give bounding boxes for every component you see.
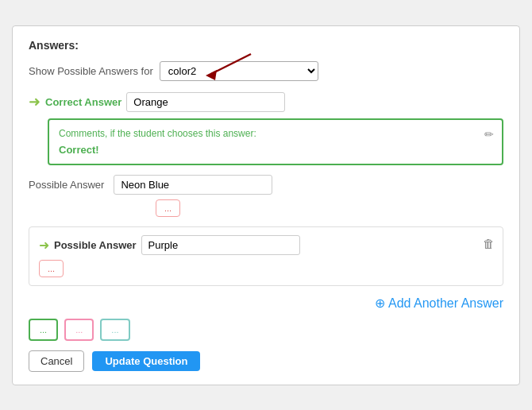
footer-row: Cancel Update Question xyxy=(29,350,503,372)
bottom-buttons-row: ... ... ... xyxy=(29,319,503,341)
comment-text: Correct! xyxy=(59,144,492,156)
possible-answer-row-1: Possible Answer xyxy=(29,175,503,195)
trash-icon[interactable]: 🗑 xyxy=(483,237,495,250)
correct-answer-row: ➜ Correct Answer xyxy=(29,92,503,112)
mini-btn-1[interactable]: ... xyxy=(156,199,180,217)
possible-answer-label-2: Possible Answer xyxy=(54,239,137,251)
mini-btn-2[interactable]: ... xyxy=(39,260,64,277)
answers-panel: Answers: Show Possible Answers for color… xyxy=(12,25,520,385)
possible-answer-1: Possible Answer ... xyxy=(29,175,503,217)
add-icon: ⊕ xyxy=(375,296,385,310)
possible-answer-2-section: 🗑 ➜ Possible Answer ... xyxy=(29,226,503,286)
correct-answer-input[interactable] xyxy=(126,92,285,112)
svg-line-0 xyxy=(211,54,251,74)
possible-answer-input-1[interactable] xyxy=(114,175,272,195)
comment-box: Comments, if the student chooses this an… xyxy=(48,118,503,165)
update-button[interactable]: Update Question xyxy=(92,351,200,371)
show-label: Show Possible Answers for xyxy=(29,65,153,77)
possible-answer-row-2: ➜ Possible Answer xyxy=(39,235,493,255)
mini-btn-group-1: ... xyxy=(156,199,503,217)
possible-arrow-icon: ➜ xyxy=(39,238,49,253)
red-arrow-icon xyxy=(183,50,255,82)
possible-answer-label-1: Possible Answer xyxy=(29,179,104,191)
svg-marker-1 xyxy=(206,70,217,80)
comment-label: Comments, if the student chooses this an… xyxy=(59,128,492,139)
show-row: Show Possible Answers for color2 color1 … xyxy=(29,61,503,81)
add-label: Add Another Answer xyxy=(388,296,503,309)
correct-arrow-icon: ➜ xyxy=(29,93,40,110)
correct-answer-label: Correct Answer xyxy=(45,96,121,108)
color-btn-green[interactable]: ... xyxy=(29,319,58,341)
add-answer-link[interactable]: ⊕ Add Another Answer xyxy=(29,296,503,311)
possible-answer-input-2[interactable] xyxy=(141,235,300,255)
color-btn-teal[interactable]: ... xyxy=(100,319,129,341)
edit-icon[interactable]: ✏ xyxy=(484,128,494,141)
section-title: Answers: xyxy=(29,39,503,52)
cancel-button[interactable]: Cancel xyxy=(29,350,84,372)
mini-btn-group-2: ... xyxy=(39,260,493,277)
color-btn-pink[interactable]: ... xyxy=(64,319,94,341)
